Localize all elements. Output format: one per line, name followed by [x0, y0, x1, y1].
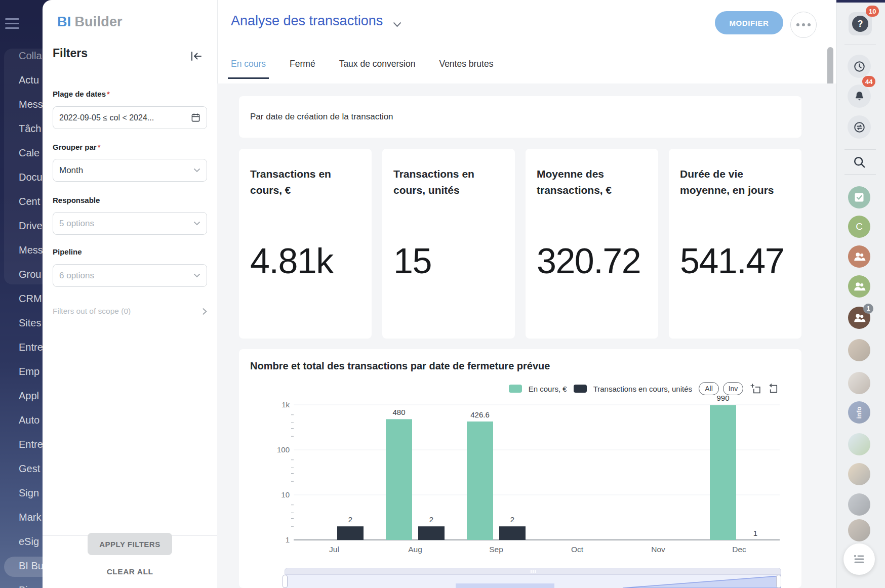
bi-builder-page: CollaActuMessTâchCaleDocuCentDriveMessGr…: [0, 0, 885, 588]
date-range-input[interactable]: 2022-09-05 ≤ col < 2024...: [53, 106, 207, 129]
dashboard-title-chevron-icon[interactable]: [393, 20, 401, 29]
kpi-card: Moyenne des transactions, €320.72: [526, 149, 658, 339]
tab-en-cours[interactable]: En cours: [228, 51, 269, 79]
legend-button-all[interactable]: All: [699, 382, 719, 395]
date-range-label: Plage de dates*: [53, 90, 110, 98]
messenger-button[interactable]: [848, 115, 871, 139]
svg-text:Sep: Sep: [489, 545, 503, 554]
avatar-photo-man-gray[interactable]: [848, 493, 870, 516]
kpi-title: Transactions en cours, €: [239, 149, 372, 198]
svg-text:990: 990: [716, 395, 729, 402]
calendar-icon: [191, 113, 200, 122]
avatar-photo-man[interactable]: [848, 519, 870, 541]
kpi-title: Moyenne des transactions, €: [526, 149, 658, 198]
chevron-down-icon: [193, 168, 200, 173]
svg-text:480: 480: [392, 408, 405, 416]
svg-text:1k: 1k: [281, 400, 290, 409]
kpi-value: 4.81k: [250, 241, 333, 281]
legend-swatch[interactable]: [574, 385, 587, 393]
avatar-photo-woman[interactable]: [848, 372, 870, 394]
chart-navigator-area[interactable]: [285, 575, 781, 588]
avatar-group-orange[interactable]: [848, 245, 870, 268]
collapse-filters-icon[interactable]: [188, 49, 204, 64]
avatar-tasks-app[interactable]: [848, 186, 870, 208]
kpi-card: Transactions en cours, unités15: [382, 149, 515, 339]
apply-filters-button[interactable]: APPLY FILTERS: [88, 533, 172, 555]
people-icon: [853, 311, 866, 324]
avatar-photo-bird[interactable]: [848, 339, 870, 361]
question-mark-icon: ?: [852, 16, 868, 32]
filters-main-divider: [217, 0, 218, 83]
legend-label[interactable]: Transactions en cours, unités: [593, 385, 692, 393]
kpi-title: Durée de vie moyenne, en jours: [669, 149, 801, 198]
bell-icon: [853, 90, 866, 103]
app-logo: BIBuilder: [57, 14, 123, 30]
responsible-label: Responsable: [53, 196, 100, 204]
list-menu-icon: [852, 552, 866, 566]
chevron-down-icon: [193, 273, 200, 278]
avatar-photo-tree[interactable]: [848, 433, 870, 455]
svg-text:2: 2: [429, 515, 433, 524]
clear-all-button[interactable]: CLEAR ALL: [43, 567, 217, 576]
legend-button-inv[interactable]: Inv: [723, 382, 743, 395]
navigator-left-handle[interactable]: [283, 575, 288, 588]
people-icon: [853, 280, 866, 293]
chart-legend: En cours, €Transactions en cours, unités…: [456, 382, 780, 395]
svg-text:2: 2: [348, 515, 352, 524]
responsible-select[interactable]: 5 options: [53, 212, 207, 235]
zoom-reset-icon[interactable]: [768, 383, 780, 395]
kpi-title: Transactions en cours, unités: [382, 149, 515, 198]
notifications-button[interactable]: [848, 85, 871, 108]
group-by-select[interactable]: Month: [53, 159, 207, 182]
dashboard-title[interactable]: Analyse des transactions: [231, 13, 383, 29]
time-history-button[interactable]: [848, 55, 871, 78]
rail-divider: [844, 45, 876, 45]
people-icon: [853, 250, 866, 263]
avatar-group-green[interactable]: [848, 275, 870, 298]
svg-text:100: 100: [277, 445, 290, 454]
svg-text:426.6: 426.6: [470, 410, 490, 419]
section-label: Par date de création de la transaction: [250, 96, 393, 138]
search-icon: [852, 155, 867, 170]
hamburger-menu-icon[interactable]: [5, 18, 19, 32]
zoom-select-icon[interactable]: [750, 383, 761, 395]
more-options-button[interactable]: [790, 12, 817, 38]
tab-fermé[interactable]: Fermé: [287, 51, 318, 79]
kpi-value: 541.47: [680, 241, 784, 281]
avatar-photo-sunset[interactable]: [848, 463, 870, 485]
rail-divider: [844, 174, 876, 175]
svg-text:Aug: Aug: [408, 545, 422, 554]
tab-taux-de-conversion[interactable]: Taux de conversion: [336, 51, 419, 79]
chart-navigator-handle-bar[interactable]: [285, 568, 781, 575]
avatar-user-c[interactable]: C: [848, 216, 870, 238]
svg-text:Jul: Jul: [329, 545, 339, 554]
svg-text:Dec: Dec: [732, 545, 746, 554]
report-tabs: En coursFerméTaux de conversionVentes br…: [228, 51, 496, 79]
help-count-badge: 10: [866, 6, 879, 17]
chat-exchange-icon: [853, 120, 866, 134]
rail-divider: [844, 149, 876, 150]
chevron-right-icon: [202, 308, 207, 315]
legend-label[interactable]: En cours, €: [529, 385, 567, 393]
bar-chart-plot[interactable]: 1k100101Jul2Aug4802Sep426.62OctNovDec990…: [273, 395, 790, 559]
svg-text:Nov: Nov: [651, 545, 665, 554]
svg-text:2: 2: [510, 515, 514, 524]
navigator-right-handle[interactable]: [776, 575, 781, 588]
filters-out-of-scope-row[interactable]: Filters out of scope (0): [53, 307, 207, 316]
kpi-card: Durée de vie moyenne, en jours541.47: [669, 149, 801, 339]
group-by-label: Grouper par*: [53, 143, 101, 151]
navigator-mini-chart: [285, 575, 781, 588]
avatar-initial: C: [856, 221, 863, 232]
tab-ventes-brutes[interactable]: Ventes brutes: [436, 51, 496, 79]
pipeline-select[interactable]: 6 options: [53, 264, 207, 287]
avatar-info-logo[interactable]: info: [848, 401, 870, 424]
kpi-card: Transactions en cours, €4.81k: [239, 149, 372, 339]
modify-button[interactable]: MODIFIER: [715, 11, 783, 34]
avatar-text: info: [855, 406, 863, 418]
rail-top-strip: [836, 0, 885, 3]
check-square-icon: [853, 191, 865, 203]
rail-menu-button[interactable]: [843, 543, 875, 575]
notifications-count-badge: 44: [862, 76, 875, 87]
search-button[interactable]: [852, 155, 867, 170]
legend-swatch[interactable]: [509, 385, 522, 393]
